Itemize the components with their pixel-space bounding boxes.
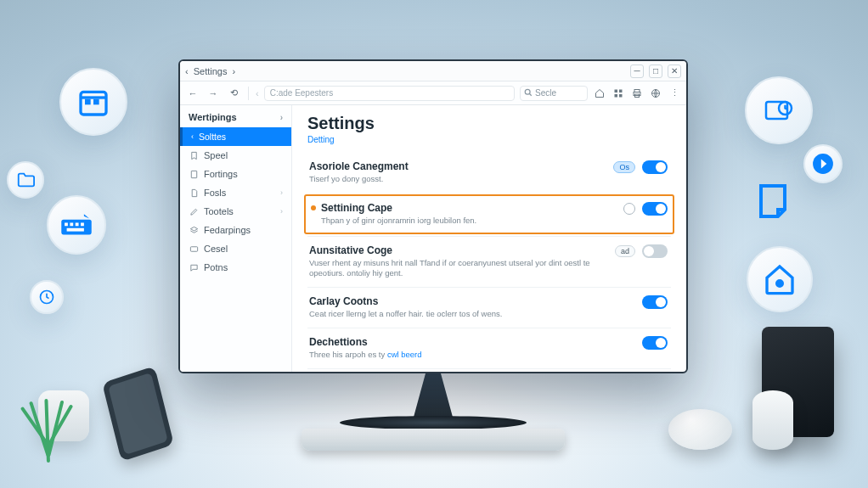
toolbar-print-icon[interactable] [630, 87, 644, 100]
svg-line-16 [529, 93, 532, 96]
deco-plant [38, 390, 89, 441]
monitor-stand [408, 373, 459, 420]
svg-rect-5 [65, 222, 68, 226]
setting-title: Aunsitative Coge [309, 244, 605, 256]
chevron-right-icon: › [280, 188, 283, 197]
svg-rect-9 [67, 228, 84, 232]
toolbar-home-icon[interactable] [593, 87, 606, 100]
app-window: ‹ Settings › ─ □ ✕ ← → ⟲ ‹ C:ade Eepeste… [178, 59, 688, 373]
setting-description: Three his arpoh es ty cwl beerd [309, 350, 632, 361]
settings-row: Settining CapeThpan y of ginr ojonramrin… [304, 194, 674, 234]
svg-rect-6 [70, 222, 73, 226]
svg-rect-26 [190, 246, 197, 251]
setting-title: Dechettions [309, 336, 632, 348]
svg-rect-8 [81, 222, 84, 226]
sidebar-item-label: Potns [204, 262, 228, 272]
setting-link[interactable]: cwl beerd [387, 350, 422, 359]
toolbar-more-icon[interactable]: ⋮ [668, 87, 681, 100]
title-bar: ‹ Settings › ─ □ ✕ [180, 61, 686, 81]
sidebar-item-active[interactable]: ‹ Solttes [180, 127, 291, 146]
sidebar-item-fortings[interactable]: Fortings [180, 165, 291, 183]
address-bar[interactable]: C:ade Eepesters [264, 86, 515, 101]
setting-toggle[interactable] [642, 295, 668, 309]
svg-rect-19 [615, 94, 618, 98]
svg-rect-17 [615, 89, 618, 93]
setting-pill: ad [615, 245, 635, 257]
svg-rect-1 [85, 99, 91, 105]
window-close-button[interactable]: ✕ [668, 65, 681, 78]
sidebar-item-potns[interactable]: Potns [180, 258, 291, 277]
search-icon [524, 88, 533, 98]
setting-title: Settining Cape [321, 202, 613, 214]
address-text: C:ade Eepesters [270, 88, 334, 98]
page-subtitle: Detting [307, 135, 671, 144]
setting-toggle[interactable] [642, 244, 668, 258]
sidebar-header[interactable]: Wertipings › [180, 105, 291, 127]
keyboard-icon [60, 212, 93, 238]
setting-description: Vuser rhent ay misuns hrit nall Tfand if… [309, 258, 605, 280]
chevron-left-icon: ‹ [191, 132, 194, 141]
svg-rect-25 [191, 171, 196, 177]
deco-keyboard [302, 429, 565, 451]
folder-icon [16, 171, 35, 189]
setting-toggle[interactable] [642, 160, 668, 174]
deco-bubble-wallet [745, 76, 813, 144]
sidebar-item-speel[interactable]: Speel [180, 146, 291, 165]
svg-rect-7 [76, 222, 79, 226]
settings-row: Aunsitative CogeVuser rhent ay misuns hr… [307, 236, 671, 288]
deco-bubble-note [746, 174, 800, 228]
svg-rect-20 [619, 94, 623, 98]
arrow-right-circle-icon [812, 153, 834, 175]
settings-row: DechettionsThree his arpoh es ty cwl bee… [307, 328, 671, 368]
setting-toggle[interactable] [642, 202, 668, 216]
nav-forward-button[interactable]: → [206, 86, 221, 101]
sidebar-item-cesel[interactable]: Cesel [180, 239, 291, 258]
bookmark-icon [189, 150, 199, 160]
breadcrumb-back[interactable]: ‹ [185, 66, 189, 76]
nav-refresh-button[interactable]: ⟲ [226, 86, 241, 101]
setting-toggle[interactable] [642, 336, 668, 350]
breadcrumb-title: Settings [194, 66, 228, 76]
deco-phone [102, 366, 174, 461]
breadcrumb-forward[interactable]: › [232, 66, 235, 76]
monitor-base [340, 416, 527, 429]
deco-mouse [668, 409, 732, 450]
sidebar-item-label: Fosls [204, 188, 226, 198]
setting-description: Thpan y of ginr ojonramrin iorg leubilon… [321, 216, 613, 227]
window-maximize-button[interactable]: □ [649, 65, 662, 78]
sidebar: Wertipings › ‹ Solttes Speel Fortings Fo… [180, 105, 292, 372]
setting-title: Asoriole Canegment [309, 160, 603, 172]
page-icon [189, 169, 199, 179]
sidebar-item-label: Tootels [204, 206, 234, 216]
page-title: Settings [307, 114, 671, 133]
pencil-icon [189, 206, 199, 216]
svg-rect-11 [766, 102, 787, 119]
radio-indicator[interactable] [623, 203, 635, 215]
window-minimize-button[interactable]: ─ [630, 65, 644, 78]
doc-icon [189, 188, 199, 198]
settings-list: Asoriole CanegmentTiserf yo dony gosst.O… [307, 153, 671, 372]
sidebar-item-tootels[interactable]: Tootels › [180, 202, 291, 221]
card-icon [189, 244, 199, 254]
settings-row: Carlay CootnsCeat ricer llerng let a nof… [307, 287, 671, 328]
toolbar-globe-icon[interactable] [649, 87, 662, 100]
nav-back-button[interactable]: ← [185, 86, 200, 101]
setting-description: Tiserf yo dony gosst. [309, 174, 603, 185]
sidebar-item-label: Fedarpings [204, 225, 251, 235]
sidebar-item-label: Cesel [204, 244, 228, 254]
sidebar-active-label: Solttes [199, 132, 226, 142]
search-placeholder: Secle [535, 88, 556, 98]
deco-bubble-folder [7, 161, 44, 199]
sidebar-item-fedarpings[interactable]: Fedarpings [180, 221, 291, 239]
sidebar-item-label: Speel [204, 150, 228, 160]
sidebar-item-fosls[interactable]: Fosls › [180, 183, 291, 202]
svg-point-15 [525, 89, 530, 94]
search-box[interactable]: Secle [520, 86, 588, 101]
svg-rect-18 [619, 89, 623, 93]
toolbar-grid-icon[interactable] [612, 87, 625, 100]
deco-bubble-calendar [59, 68, 127, 136]
chevron-right-icon: › [280, 113, 283, 122]
setting-pill: Os [613, 161, 635, 173]
wallet-clock-icon [762, 93, 796, 127]
deco-bubble-clock [30, 280, 64, 314]
